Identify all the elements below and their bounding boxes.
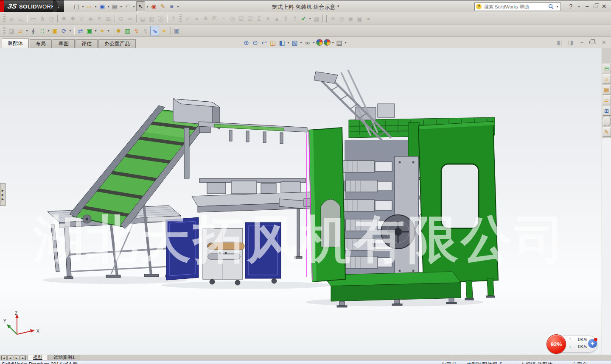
- previous-view-icon[interactable]: ↩: [260, 38, 268, 47]
- zebra-stripes-icon[interactable]: ◎: [338, 14, 346, 23]
- print-preview-icon[interactable]: ▥: [148, 14, 156, 23]
- download-manager-widget[interactable]: 92% ↑ 0K/s ↓ 0K/s +: [547, 334, 597, 353]
- apply-scene-dropdown[interactable]: ▾: [331, 41, 335, 44]
- performance-evaluation-icon[interactable]: ◔: [219, 14, 227, 23]
- check-standards-icon[interactable]: ☑: [246, 14, 254, 23]
- rotate-component-dropdown[interactable]: ▾: [68, 29, 72, 33]
- new-motion-study-icon[interactable]: ✶: [98, 26, 106, 36]
- compare-geometry-icon[interactable]: ▣: [356, 14, 364, 23]
- hide-show-items-dropdown[interactable]: ▾: [312, 41, 316, 44]
- equations-icon[interactable]: Σ: [255, 14, 263, 23]
- options-icon[interactable]: ≡: [168, 2, 176, 11]
- isolate-icon[interactable]: ⇘: [150, 26, 159, 36]
- solidworks-resources-icon[interactable]: ⌂: [603, 74, 611, 84]
- hide-show-items-icon[interactable]: ∞: [303, 38, 311, 47]
- gear-tool-icon[interactable]: ✹: [60, 14, 68, 23]
- check-circle-icon[interactable]: ◉: [347, 14, 355, 23]
- apply-scene-icon[interactable]: [324, 39, 331, 46]
- cad-model[interactable]: [0, 48, 602, 355]
- funnel-icon[interactable]: ▽: [78, 14, 86, 23]
- compare-docs-icon[interactable]: ?: [291, 14, 299, 23]
- status-quick-tips-icon[interactable]: ▣: [595, 361, 603, 364]
- tab-assembly[interactable]: 装配体: [2, 39, 29, 48]
- interference-detection-icon[interactable]: ◉: [150, 2, 158, 11]
- verification-dropdown[interactable]: ▾: [308, 17, 312, 20]
- move-component-icon[interactable]: ⇄: [76, 26, 84, 36]
- measure-icon[interactable]: ≍: [193, 14, 201, 23]
- new-motion-study-dropdown[interactable]: ▾: [107, 29, 110, 33]
- tab-office-products[interactable]: 办公室产品: [98, 39, 136, 48]
- window-restore-icon[interactable]: [594, 5, 597, 8]
- export-document-icon[interactable]: ▤: [139, 14, 147, 23]
- play-presentation-icon[interactable]: ▭: [29, 14, 37, 23]
- view-orientation-icon[interactable]: ◧: [278, 38, 286, 47]
- zoom-to-area-icon[interactable]: ⊙: [251, 38, 259, 47]
- tab-motion-study-1[interactable]: 运动算例1: [48, 355, 80, 360]
- tab-evaluate[interactable]: 评估: [76, 39, 98, 48]
- bill-of-materials-icon[interactable]: ▥: [123, 26, 132, 36]
- scroll-last-icon[interactable]: ▶: [20, 356, 26, 360]
- print-dropdown[interactable]: ▾: [119, 5, 123, 8]
- save-dropdown[interactable]: ▾: [107, 5, 110, 8]
- check-active-doc-icon[interactable]: ☑: [237, 14, 245, 23]
- 3d-content-icon[interactable]: ◷: [47, 14, 55, 23]
- take-snapshot-icon[interactable]: ▣: [173, 26, 181, 36]
- appearances-scenes-icon[interactable]: [603, 117, 611, 126]
- doc-minimize-icon[interactable]: −: [578, 38, 585, 47]
- new-document-icon[interactable]: ▢: [73, 2, 81, 11]
- move-frame-icon[interactable]: ⇱: [210, 14, 219, 23]
- pane-split-left-icon[interactable]: ◧: [556, 38, 563, 47]
- toolbar-drag-handle[interactable]: [3, 14, 6, 23]
- toolbar-drag-handle[interactable]: [179, 14, 182, 23]
- spell-check-icon[interactable]: ✓: [184, 14, 192, 23]
- search-icon[interactable]: [548, 4, 554, 9]
- window-close-icon[interactable]: ✕: [600, 2, 608, 11]
- search-input[interactable]: [483, 4, 547, 10]
- align-icon[interactable]: ⇕: [282, 14, 290, 23]
- comment-icon[interactable]: ✎: [159, 2, 167, 11]
- explode-line-sketch-icon[interactable]: ↯: [141, 26, 149, 36]
- sketch-corner-icon[interactable]: ∟: [17, 14, 25, 23]
- zoom-to-fit-icon[interactable]: ⊕: [242, 38, 250, 47]
- display-style-icon[interactable]: ▧: [291, 38, 299, 47]
- exploded-view-icon[interactable]: ↯: [132, 26, 140, 36]
- download-progress-badge[interactable]: 92%: [547, 334, 566, 354]
- mass-properties-icon[interactable]: ≜: [202, 14, 210, 23]
- view-settings-icon[interactable]: ▤: [335, 38, 343, 47]
- status-custom[interactable]: 自定义: [572, 361, 587, 364]
- asset-publisher-icon[interactable]: ▣: [51, 26, 59, 36]
- pin-icon[interactable]: ◈: [87, 14, 95, 23]
- find-references-icon[interactable]: ∞: [126, 14, 134, 23]
- statistics-icon[interactable]: ◷: [228, 14, 236, 23]
- view-settings-dropdown[interactable]: ▾: [344, 41, 348, 44]
- design-binder-icon[interactable]: ⌀: [8, 14, 16, 23]
- help-icon[interactable]: ?: [567, 2, 575, 11]
- design-table-icon[interactable]: ▦: [312, 14, 320, 23]
- window-minimize-icon[interactable]: −: [583, 2, 591, 11]
- insert-component-icon[interactable]: ◪: [8, 26, 16, 36]
- spray-icon[interactable]: ✳: [329, 14, 337, 23]
- custom-properties-icon[interactable]: ✎: [603, 127, 611, 137]
- deviation-analysis-icon[interactable]: ✕: [264, 14, 272, 23]
- view-palette-icon[interactable]: ⊞: [603, 106, 611, 116]
- toolbar-drag-handle[interactable]: [3, 27, 6, 35]
- draft-analysis-icon[interactable]: ▲: [273, 14, 281, 23]
- assembly-features-dropdown[interactable]: ▾: [94, 29, 98, 33]
- pane-split-right-icon[interactable]: ◨: [567, 38, 574, 47]
- file-explorer-icon[interactable]: ▱: [603, 95, 611, 105]
- open-dropdown[interactable]: ▾: [94, 5, 98, 8]
- scroll-previous-icon[interactable]: ◀: [7, 356, 13, 360]
- section-view-icon[interactable]: ◫: [269, 38, 277, 47]
- select-dropdown[interactable]: ▾: [146, 5, 149, 8]
- large-assembly-mode-icon[interactable]: ✶: [160, 26, 168, 36]
- scroll-first-icon[interactable]: ◀: [1, 356, 7, 360]
- document-font-icon[interactable]: Ⓐ: [157, 14, 165, 23]
- search-dropdown[interactable]: ▾: [555, 5, 559, 8]
- verification-icon[interactable]: ✔: [300, 14, 308, 23]
- select-icon[interactable]: ↖: [136, 1, 145, 11]
- insert-from-file-dropdown[interactable]: ▾: [25, 29, 29, 33]
- fitting-icon[interactable]: ⊞: [104, 14, 112, 23]
- smart-fasteners-dropdown[interactable]: ▾: [47, 29, 50, 33]
- curvature-sphere-icon[interactable]: ●: [364, 14, 373, 23]
- smart-fasteners-icon[interactable]: ∷: [38, 26, 46, 36]
